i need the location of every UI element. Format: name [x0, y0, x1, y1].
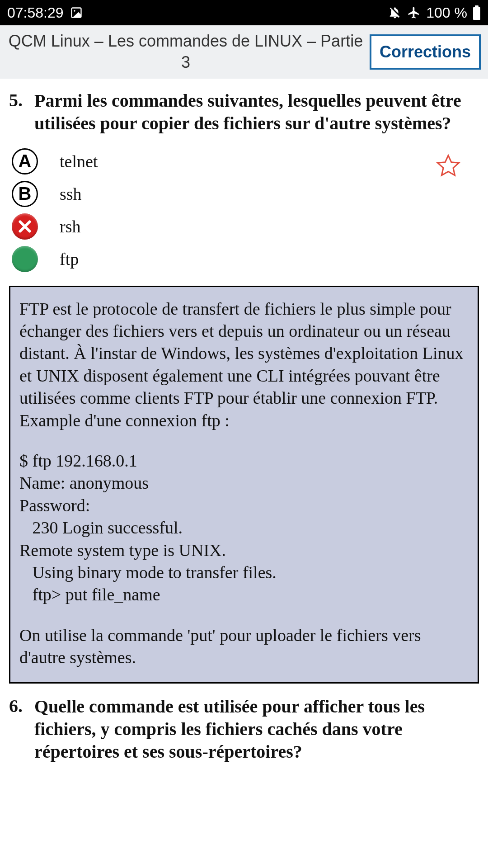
image-icon [70, 6, 83, 19]
explanation-paragraph-1: FTP est le protocole de transfert de fic… [19, 298, 469, 432]
explanation-terminal: $ ftp 192.168.0.1 Name: anonymous Passwo… [19, 450, 469, 606]
question-text: Quelle commande est utilisée pour affich… [34, 695, 479, 763]
answer-option-d[interactable]: ftp [9, 246, 479, 272]
svg-point-1 [74, 10, 75, 12]
favorite-star-icon[interactable] [436, 153, 461, 180]
battery-percent: 100 % [426, 5, 467, 21]
status-right: 100 % [388, 5, 481, 21]
wrong-answer-icon [12, 213, 38, 240]
answers-list: A telnet B ssh rsh ftp [9, 148, 479, 272]
answer-text: ssh [60, 184, 82, 204]
explanation-box: FTP est le protocole de transfert de fic… [9, 286, 479, 684]
question-6: 6. Quelle commande est utilisée pour aff… [9, 695, 479, 763]
question-5: 5. Parmi les commandes suivantes, lesque… [9, 90, 479, 272]
correct-answer-icon [12, 246, 38, 272]
status-left: 07:58:29 [7, 5, 83, 21]
explanation-paragraph-2: On utilise la commande 'put' pour upload… [19, 624, 469, 669]
page-title: QCM Linux – Les commandes de LINUX – Par… [7, 31, 364, 73]
content: 5. Parmi les commandes suivantes, lesque… [0, 79, 488, 788]
answer-option-c[interactable]: rsh [9, 213, 479, 240]
svg-rect-2 [473, 7, 480, 20]
question-header: 6. Quelle commande est utilisée pour aff… [9, 695, 479, 763]
status-bar: 07:58:29 100 % [0, 0, 488, 25]
svg-rect-3 [475, 5, 479, 7]
answer-letter-icon: B [12, 181, 38, 207]
answer-text: rsh [60, 217, 80, 236]
notifications-off-icon [388, 6, 402, 19]
question-number: 6. [9, 695, 30, 763]
answer-option-b[interactable]: B ssh [9, 181, 479, 207]
airplane-mode-icon [407, 6, 421, 19]
answer-letter-icon: A [12, 148, 38, 175]
answer-text: ftp [60, 249, 79, 269]
status-time: 07:58:29 [7, 5, 64, 21]
answer-text: telnet [60, 151, 98, 171]
battery-icon [473, 5, 481, 20]
corrections-button[interactable]: Corrections [370, 34, 481, 70]
question-text: Parmi les commandes suivantes, lesquelle… [34, 90, 479, 135]
app-header: QCM Linux – Les commandes de LINUX – Par… [0, 25, 488, 79]
answer-option-a[interactable]: A telnet [9, 148, 479, 175]
question-header: 5. Parmi les commandes suivantes, lesque… [9, 90, 479, 135]
question-number: 5. [9, 90, 30, 135]
